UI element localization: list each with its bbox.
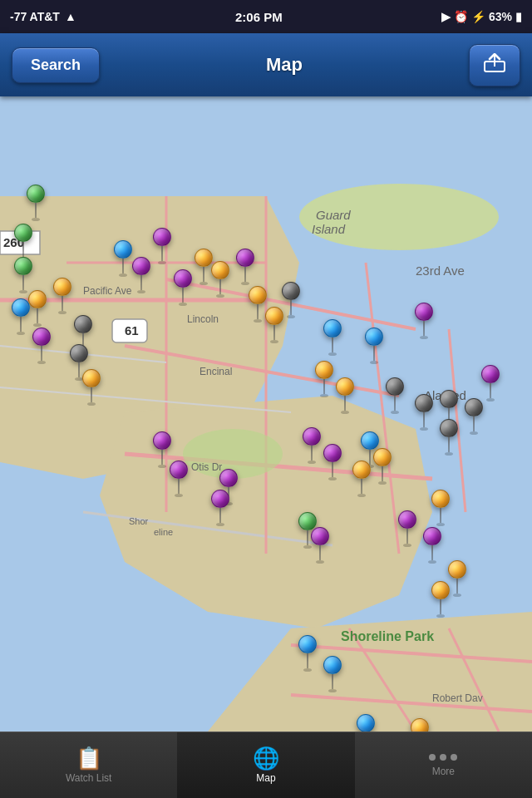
map-pin[interactable] [352,461,371,497]
map-pin[interactable] [153,228,171,264]
map-pin[interactable] [12,298,30,335]
battery-icon: ▮ [515,10,522,23]
svg-text:Shoreline Park: Shoreline Park [341,629,434,643]
map-pin[interactable] [311,527,329,564]
map-pin[interactable] [265,307,283,343]
map-pin[interactable] [236,249,254,285]
map-pin[interactable] [195,249,213,285]
svg-text:Encinal: Encinal [200,366,232,377]
map-pin[interactable] [14,224,32,260]
map-pin[interactable] [53,278,71,314]
svg-text:Guard: Guard [316,208,351,222]
map-pin[interactable] [481,365,500,401]
clock-icon: ⏰ [454,10,468,23]
map-pin[interactable] [298,635,317,672]
map-tab-icon: 🌐 [253,747,279,769]
svg-text:Otis Dr: Otis Dr [191,461,222,473]
map-pin[interactable] [323,444,342,480]
status-bar: -77 AT&T ▲ 2:06 PM ▶ ⏰ ⚡ 63% ▮ [0,0,532,33]
tab-map[interactable]: 🌐 Map [177,732,354,798]
svg-text:61: 61 [125,323,139,337]
battery-level: 63% [489,10,512,23]
status-left: -77 AT&T ▲ [10,10,76,23]
map-pin[interactable] [28,290,47,327]
share-icon [483,53,506,73]
map-pin[interactable] [411,718,429,732]
svg-text:Lincoln: Lincoln [187,313,219,325]
watchlist-label: Watch List [66,772,112,784]
location-icon: ▶ [441,10,451,23]
map-tab-label: Map [256,772,275,784]
map-pin[interactable] [211,261,229,298]
page-title: Map [266,54,303,76]
map-pin[interactable] [14,257,32,293]
map-pin[interactable] [82,369,101,406]
map-pin[interactable] [27,185,45,221]
tab-watchlist[interactable]: 📋 Watch List [0,732,177,798]
map-pin[interactable] [386,377,404,414]
map-pin[interactable] [415,394,433,431]
svg-text:23rd Ave: 23rd Ave [416,264,465,278]
map-pin[interactable] [365,328,383,364]
map-pin[interactable] [448,560,466,597]
tab-bar: 📋 Watch List 🌐 Map More [0,732,532,798]
map-area[interactable]: Pacific Ave Lincoln Encinal Otis Dr Shor… [0,96,532,732]
map-pin[interactable] [132,257,150,293]
svg-text:eline: eline [154,527,173,537]
bluetooth-icon: ⚡ [471,10,485,23]
map-pin[interactable] [211,490,229,526]
tab-more[interactable]: More [355,732,532,798]
map-pin[interactable] [323,656,342,692]
map-pin[interactable] [303,427,321,464]
map-pin[interactable] [431,581,450,618]
map-pin[interactable] [170,461,188,497]
more-dots-icon [429,754,457,761]
svg-text:Robert Dav: Robert Dav [432,692,483,704]
map-pin[interactable] [114,240,132,277]
clock: 2:06 PM [235,10,283,24]
map-pin[interactable] [373,448,392,485]
map-pin[interactable] [465,398,483,435]
watchlist-icon: 📋 [76,747,102,769]
share-button[interactable] [469,44,520,86]
svg-text:Pacific Ave: Pacific Ave [83,285,132,297]
nav-bar: Search Map [0,33,532,96]
map-pin[interactable] [398,510,416,547]
wifi-icon: ▲ [65,10,76,23]
map-pin[interactable] [440,419,458,456]
map-pin[interactable] [415,303,433,339]
map-pin[interactable] [282,282,300,318]
map-pin[interactable] [153,431,171,468]
status-right: ▶ ⏰ ⚡ 63% ▮ [441,10,522,23]
search-button[interactable]: Search [12,47,100,83]
map-pin[interactable] [249,286,267,323]
map-pin[interactable] [431,490,450,526]
map-pin[interactable] [336,377,354,414]
svg-text:Shor: Shor [129,516,149,526]
more-label: More [432,766,455,777]
map-pin[interactable] [323,319,342,356]
svg-text:Island: Island [312,222,346,236]
map-pin[interactable] [174,269,192,306]
signal-strength: -77 AT&T [10,10,60,23]
map-pin[interactable] [357,714,375,732]
map-pin[interactable] [423,527,441,564]
map-pin[interactable] [315,361,333,397]
map-pin[interactable] [32,328,51,364]
